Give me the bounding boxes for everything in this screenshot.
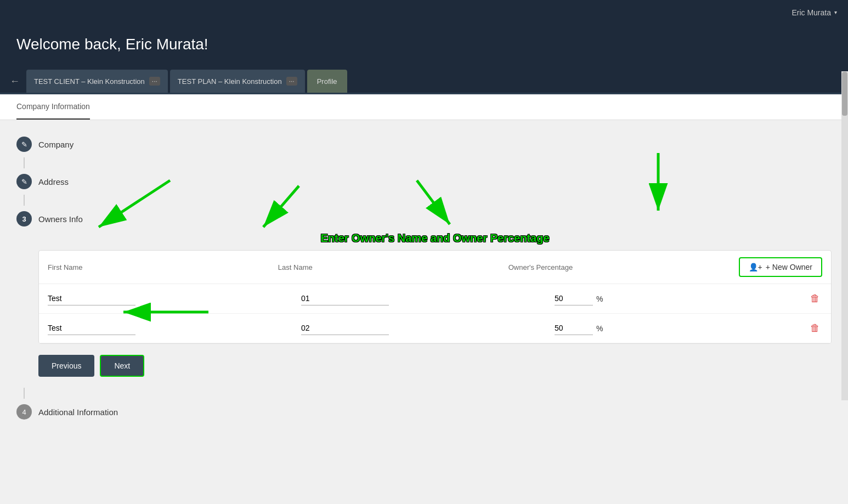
owners-step-icon: 3 xyxy=(16,211,32,226)
col-actions: 👤+ + New Owner xyxy=(739,257,822,277)
chevron-down-icon: ▾ xyxy=(834,9,837,15)
owners-table: First Name Last Name Owner's Percentage … xyxy=(38,250,832,344)
new-owner-label: + New Owner xyxy=(766,263,812,271)
table-row: % 🗑 xyxy=(39,284,831,314)
add-owner-icon: 👤+ xyxy=(749,263,762,271)
step-owners: 3 Owners Info xyxy=(16,206,832,232)
tab-client-label: TEST CLIENT – Klein Konstruction xyxy=(34,77,145,86)
company-info-tab[interactable]: Company Information xyxy=(16,94,90,120)
section-tabs: Company Information xyxy=(0,94,848,120)
annotation-text: Enter Owner's Name and Owner Percentage xyxy=(243,232,627,245)
next-button[interactable]: Next xyxy=(100,355,144,377)
user-menu[interactable]: Eric Murata ▾ xyxy=(792,8,837,17)
col-first-name: First Name xyxy=(48,263,278,271)
tab-client-more[interactable]: ··· xyxy=(149,77,160,86)
connector-3 xyxy=(24,388,25,399)
nav-buttons: Previous Next xyxy=(38,355,832,377)
tab-client[interactable]: TEST CLIENT – Klein Konstruction ··· xyxy=(26,70,168,93)
connector-1 xyxy=(24,157,25,168)
col-last-name: Last Name xyxy=(278,263,508,271)
address-step-icon: ✎ xyxy=(16,174,32,189)
pct-input-2[interactable] xyxy=(555,321,593,335)
pct-symbol-2: % xyxy=(596,324,603,333)
first-name-input-2[interactable] xyxy=(48,321,135,335)
last-name-input-1[interactable] xyxy=(301,292,389,305)
owners-step-label: Owners Info xyxy=(38,214,83,224)
connector-2 xyxy=(24,195,25,206)
additional-step-icon: 4 xyxy=(16,404,32,420)
delete-owner-button-1[interactable]: 🗑 xyxy=(808,291,822,307)
pct-symbol-1: % xyxy=(596,295,603,303)
last-name-input-2[interactable] xyxy=(301,321,389,335)
new-owner-button[interactable]: 👤+ + New Owner xyxy=(739,257,822,277)
pct-input-1[interactable] xyxy=(555,292,593,305)
additional-step-label: Additional Information xyxy=(38,407,118,417)
previous-button[interactable]: Previous xyxy=(38,355,94,377)
step-additional: 4 Additional Information xyxy=(16,399,832,425)
company-step-label: Company xyxy=(38,140,74,149)
welcome-heading: Welcome back, Eric Murata! xyxy=(16,36,832,53)
tab-plan[interactable]: TEST PLAN – Klein Konstruction ··· xyxy=(170,70,305,93)
delete-owner-button-2[interactable]: 🗑 xyxy=(808,320,822,336)
content-area: ✎ Company ✎ Address 3 Owners Info Enter … xyxy=(0,120,848,436)
step-company: ✎ Company xyxy=(16,131,832,157)
step-address: ✎ Address xyxy=(16,168,832,195)
address-step-label: Address xyxy=(38,177,69,186)
tab-plan-more[interactable]: ··· xyxy=(286,77,297,86)
scrollbar[interactable] xyxy=(841,71,848,400)
company-step-icon: ✎ xyxy=(16,137,32,152)
owners-table-header: First Name Last Name Owner's Percentage … xyxy=(39,251,831,284)
col-pct: Owner's Percentage xyxy=(508,263,739,271)
tab-plan-label: TEST PLAN – Klein Konstruction xyxy=(178,77,282,86)
table-row: % 🗑 xyxy=(39,314,831,343)
tab-profile-label: Profile xyxy=(317,77,337,86)
scrollbar-thumb[interactable] xyxy=(842,72,847,116)
tab-bar: ← TEST CLIENT – Klein Konstruction ··· T… xyxy=(0,70,848,94)
tab-profile[interactable]: Profile xyxy=(307,70,347,93)
first-name-input-1[interactable] xyxy=(48,292,135,305)
user-name: Eric Murata xyxy=(792,8,831,17)
back-button[interactable]: ← xyxy=(5,70,24,93)
